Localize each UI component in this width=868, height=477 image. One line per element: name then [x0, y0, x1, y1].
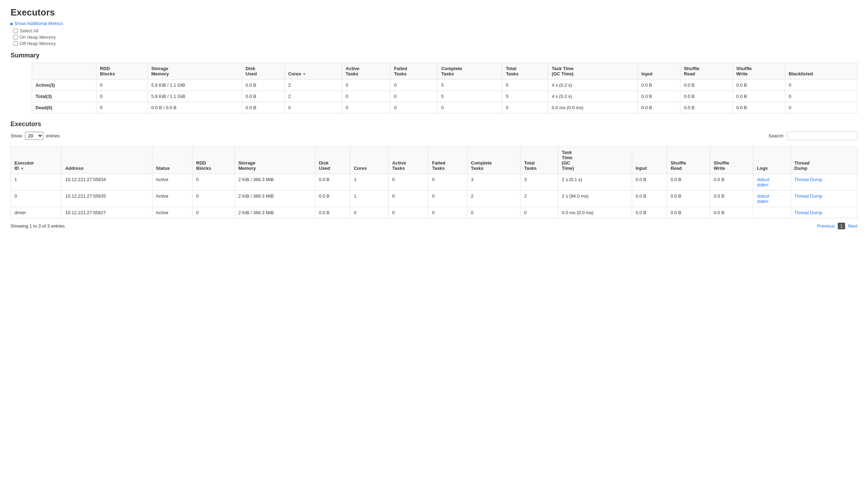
entries-select[interactable]: 20 50 100 [25, 132, 43, 140]
exec-col-complete: CompleteTasks [467, 147, 520, 174]
summary-col-failed: FailedTasks [390, 63, 438, 80]
summary-cell: 5.9 KiB / 1.1 GiB [147, 80, 242, 91]
thread-dump-cell: Thread Dump [791, 191, 857, 207]
summary-cell: 0.0 B [638, 80, 680, 91]
executor-cell: 0 [428, 174, 467, 191]
executor-cell: 1 [350, 191, 389, 207]
exec-col-total: TotalTasks [520, 147, 558, 174]
executor-cell: 0 [389, 207, 428, 218]
summary-cell: 0 [502, 102, 548, 113]
summary-cell: 0.0 B [732, 102, 785, 113]
executor-cell: 3 [520, 174, 558, 191]
executor-cell: 0.0 ms (0.0 ms) [558, 207, 632, 218]
executor-cell: 0.0 B [667, 207, 710, 218]
summary-cell: 0.0 B [242, 102, 284, 113]
summary-cell: 5 [438, 80, 502, 91]
show-entries: Show 20 50 100 entries [11, 132, 60, 140]
stdout-link[interactable]: stdout [757, 193, 769, 199]
summary-col-tasktime: Task Time(GC Time) [548, 63, 638, 80]
executor-row: driver10.12.221.27:55827Active02 KiB / 3… [11, 207, 857, 218]
page-title: Executors [11, 7, 857, 18]
summary-cell: 0 [96, 91, 148, 102]
executor-cell: 0.0 B [632, 174, 667, 191]
exec-col-storage: StorageMemory [235, 147, 315, 174]
checkbox-off-heap[interactable]: Off Heap Memory [13, 41, 857, 46]
summary-cell: 0 [342, 80, 390, 91]
executor-cell: Active [152, 207, 192, 218]
executor-cell: 0 [193, 174, 235, 191]
summary-cell: 0.0 B [680, 91, 732, 102]
current-page: 1 [838, 223, 845, 229]
exec-col-threaddump: ThreadDump [791, 147, 857, 174]
executors-title: Executors [11, 120, 857, 128]
summary-cell: 0.0 B [638, 102, 680, 113]
summary-cell: 0.0 B [242, 80, 284, 91]
executor-cell: 0.0 B [710, 174, 753, 191]
metrics-checkboxes: Select All On Heap Memory Off Heap Memor… [13, 28, 857, 46]
executor-cell: 2 s (94.0 ms) [558, 191, 632, 207]
show-label: Show [11, 133, 22, 138]
thread-dump-link[interactable]: Thread Dump [794, 210, 822, 215]
executor-cell: 0.0 B [315, 174, 350, 191]
executor-cell: 0.0 B [315, 191, 350, 207]
summary-col-active: ActiveTasks [342, 63, 390, 80]
summary-row: Dead(0)00.0 B / 0.0 B0.0 B000000.0 ms (0… [32, 102, 857, 113]
showing-text: Showing 1 to 3 of 3 entries [11, 223, 65, 229]
executor-cell: 0 [350, 207, 389, 218]
stdout-link[interactable]: stdout [757, 177, 769, 182]
summary-cell: 2 [284, 80, 342, 91]
pagination: Previous 1 Next [817, 223, 857, 229]
executor-row: 010.12.221.27:55835Active02 KiB / 366.3 … [11, 191, 857, 207]
thread-dump-link[interactable]: Thread Dump [794, 193, 822, 199]
thread-dump-link[interactable]: Thread Dump [794, 177, 822, 182]
exec-col-cores: Cores [350, 147, 389, 174]
summary-row: Active(3)05.9 KiB / 1.1 GiB0.0 B200554 s… [32, 80, 857, 91]
select-all-checkbox[interactable] [13, 29, 18, 33]
executor-cell: Active [152, 191, 192, 207]
executor-cell: 0 [11, 191, 62, 207]
executor-cell: 0 [467, 207, 520, 218]
exec-col-shread: ShuffleRead [667, 147, 710, 174]
entries-label: entries [46, 133, 60, 138]
executor-cell: 0 [389, 174, 428, 191]
summary-cell: 0.0 B [242, 91, 284, 102]
executor-cell: 1 [11, 174, 62, 191]
checkbox-on-heap[interactable]: On Heap Memory [13, 35, 857, 40]
stderr-link[interactable]: stderr [757, 182, 768, 187]
stderr-link[interactable]: stderr [757, 199, 768, 204]
summary-cell: 0 [96, 80, 148, 91]
executor-cell: 10.12.221.27:55827 [62, 207, 152, 218]
cores-sort-icon: ▼ [302, 72, 306, 76]
summary-cell: 5.9 KiB / 1.1 GiB [147, 91, 242, 102]
executor-cell: 0 [428, 191, 467, 207]
next-page-link[interactable]: Next [848, 223, 857, 229]
summary-col-input: Input [638, 63, 680, 80]
summary-cell: Active(3) [32, 80, 96, 91]
summary-cell: 5 [438, 91, 502, 102]
off-heap-checkbox[interactable] [13, 41, 18, 46]
search-input[interactable] [787, 131, 857, 140]
executor-cell: 0.0 B [667, 191, 710, 207]
search-area: Search: [768, 131, 857, 140]
exec-col-active: ActiveTasks [389, 147, 428, 174]
summary-cell: 0 [96, 102, 148, 113]
summary-col-blacklisted: Blacklisted [785, 63, 857, 80]
executor-row: 110.12.221.27:55834Active02 KiB / 366.3 … [11, 174, 857, 191]
exec-col-logs: Logs [753, 147, 791, 174]
executor-cell: 0.0 B [710, 207, 753, 218]
prev-page-link[interactable]: Previous [817, 223, 835, 229]
show-metrics-link[interactable]: Show Additional Metrics [11, 21, 63, 26]
executor-cell: 2 [467, 191, 520, 207]
checkbox-select-all[interactable]: Select All [13, 28, 857, 33]
thread-dump-cell: Thread Dump [791, 207, 857, 218]
summary-cell: Total(3) [32, 91, 96, 102]
summary-cell: 0 [785, 102, 857, 113]
executor-cell: 3 [467, 174, 520, 191]
summary-col-storage: StorageMemory [147, 63, 242, 80]
on-heap-checkbox[interactable] [13, 35, 18, 39]
summary-cell: 0.0 B [732, 80, 785, 91]
summary-cell: 0 [438, 102, 502, 113]
summary-cell: 0 [342, 102, 390, 113]
exec-col-id[interactable]: ExecutorID ▼ [11, 147, 62, 174]
executor-cell: 2 KiB / 366.3 MiB [235, 191, 315, 207]
